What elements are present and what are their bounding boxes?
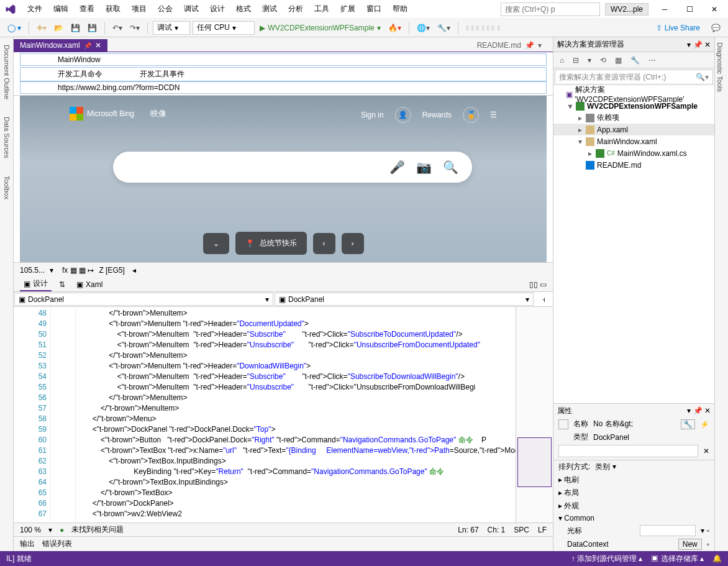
repo-button[interactable]: ▣ 选择存储库 ▴ (651, 554, 704, 564)
close-panel-icon[interactable]: ✕ (704, 406, 711, 415)
hot-reload-button[interactable]: 🔥▾ (386, 22, 404, 34)
zoom-level[interactable]: 100 % (20, 526, 41, 534)
notifications-icon[interactable]: 🔔 (712, 554, 722, 563)
menu-格式[interactable]: 格式 (231, 1, 256, 17)
minimap[interactable] (516, 307, 553, 523)
rewards-icon[interactable]: 🏅 (463, 107, 479, 123)
menu-扩展[interactable]: 扩展 (335, 1, 360, 17)
hamburger-icon[interactable]: ☰ (490, 111, 497, 119)
prop-cat-common[interactable]: ▾ Common (553, 513, 714, 524)
search-icon[interactable]: 🔍 (443, 160, 458, 175)
menu-公会[interactable]: 公会 (153, 1, 178, 17)
expand-chip[interactable]: ⌄ (203, 233, 229, 254)
close-button[interactable]: ✕ (706, 2, 723, 16)
close-panel-icon[interactable]: ✕ (704, 40, 711, 49)
tab-xaml[interactable]: ▣ Xaml (73, 279, 106, 290)
preview-url-bar[interactable]: https://www2.bing.com/?form=DCDN (20, 81, 547, 94)
menu-获取[interactable]: 获取 (101, 1, 125, 17)
pin-icon[interactable]: ▾ 📌 (687, 40, 702, 49)
next-chip[interactable]: › (342, 233, 364, 254)
tree-item[interactable]: ▾MainWindow.xaml (553, 135, 714, 147)
prop-cat-电刷[interactable]: ▸ 电刷 (553, 473, 714, 486)
open-button[interactable]: 📂 (52, 22, 66, 34)
config-dropdown[interactable]: 调试▾ (153, 21, 190, 35)
home-button[interactable]: ⌂ (557, 55, 566, 66)
show-all-button[interactable]: ▦ (612, 55, 624, 66)
maximize-button[interactable]: ☐ (681, 2, 698, 16)
tree-item[interactable]: ▾WV2CDPExtensionWPFSample (553, 100, 714, 112)
menu-文件[interactable]: 文件 (22, 1, 47, 17)
info-chip[interactable]: 📍 总统节快乐 (235, 232, 307, 255)
tool-tab-data-sources[interactable]: Data Sources (2, 114, 12, 161)
tree-item[interactable]: README.md (553, 159, 714, 171)
solution-search-input[interactable]: 搜索解决方案资源管理器 (Ctrl+;)🔍▾ (555, 70, 713, 84)
tab-mainwindow-xaml[interactable]: MainWindow.xaml📌✕ (14, 39, 107, 52)
menu-查看[interactable]: 查看 (75, 1, 99, 17)
wrench-button[interactable]: 🔧 (681, 419, 695, 429)
swap-panes-button[interactable]: ⇅ (59, 280, 65, 289)
redo-button[interactable]: ↷▾ (127, 22, 142, 34)
element-dropdown-left[interactable]: ▣ DockPanel▾ (14, 293, 273, 306)
menu-分析[interactable]: 分析 (283, 1, 308, 17)
live-share-button[interactable]: ⇪ Live Share (656, 24, 700, 32)
save-all-button[interactable]: 💾 (85, 22, 99, 34)
sync-button[interactable]: ⟲ (598, 55, 609, 66)
browser-button[interactable]: 🌐▾ (414, 22, 432, 34)
user-icon[interactable]: 👤 (395, 107, 411, 123)
tree-item[interactable]: ▸依赖项 (553, 112, 714, 124)
collapse-button[interactable]: ⊟ (570, 55, 581, 66)
new-item-button[interactable]: ✚▾ (34, 22, 49, 34)
menu-工具[interactable]: 工具 (309, 1, 334, 17)
platform-dropdown[interactable]: 任何 CPU▾ (193, 21, 255, 35)
tree-item[interactable]: ▸App.xaml (553, 124, 714, 135)
run-button[interactable]: ▶ WV2CDPExtensionWPFSample ▾ (257, 22, 383, 34)
bing-search-box[interactable]: 🎤 📷 🔍 (113, 152, 472, 183)
menu-设计[interactable]: 设计 (205, 1, 230, 17)
element-dropdown-right[interactable]: ▣ DockPanel▾ (275, 293, 534, 306)
minimize-button[interactable]: ─ (656, 2, 673, 16)
prop-cat-布局[interactable]: ▸ 布局 (553, 486, 714, 500)
menu-编辑[interactable]: 编辑 (48, 1, 73, 17)
split-layout-buttons[interactable]: ▯▯ ▭ (529, 280, 547, 289)
camera-icon[interactable]: 📷 (416, 160, 432, 175)
issues-label[interactable]: 未找到相关问题 (71, 524, 124, 535)
menu-帮助[interactable]: 帮助 (388, 1, 412, 17)
zoom-dropdown[interactable]: 105.5... (20, 266, 45, 275)
sort-dropdown[interactable]: 类别 ▾ (595, 462, 616, 472)
tab-error-list[interactable]: 错误列表 (42, 539, 72, 549)
tab-readme[interactable]: README.md📌▾ (471, 39, 548, 52)
menu-窗口[interactable]: 窗口 (362, 1, 386, 17)
property-search-input[interactable] (558, 445, 698, 457)
pin-icon[interactable]: 📌 (84, 42, 91, 49)
split-toggle[interactable]: ⫞ (534, 292, 553, 306)
save-button[interactable]: 💾 (68, 22, 83, 34)
tool-tab-document-outline[interactable]: Document Outline (2, 42, 12, 102)
solution-name[interactable]: WV2...ple (605, 3, 648, 16)
align-group[interactable]: ⫴ ⫴ ⫴ ⫴ ⫴ ⫴ ⫴ (463, 22, 503, 34)
sign-in-link[interactable]: Sign in (361, 111, 384, 119)
tool-tab-toolbox[interactable]: Toolbox (2, 173, 12, 202)
mic-icon[interactable]: 🎤 (389, 160, 405, 175)
feedback-button[interactable]: 💬 (709, 22, 723, 34)
tab-design[interactable]: ▣ 设计 (20, 277, 52, 291)
code-editor[interactable]: 4849505152535455565758596061626364656667… (14, 307, 553, 523)
tree-solution-root[interactable]: ▣ 解决方案 'WV2CDPExtensionWPFSample' (553, 88, 714, 100)
source-control-button[interactable]: ↑ 添加到源代码管理 ▴ (571, 554, 643, 564)
nav-back-button[interactable]: ◯ ▾ (5, 22, 24, 34)
prev-chip[interactable]: ‹ (313, 233, 335, 254)
global-search-input[interactable] (501, 2, 600, 16)
clear-icon[interactable]: ✕ (703, 447, 709, 455)
menu-项目[interactable]: 项目 (127, 1, 152, 17)
tool-tab-diagnostic-tools[interactable]: Diagnostic Tools (715, 37, 725, 97)
pin-icon[interactable]: ▾ 📌 (687, 406, 702, 415)
events-button[interactable]: ⚡ (700, 420, 709, 429)
menu-调试[interactable]: 调试 (179, 1, 204, 17)
prop-cat-外观[interactable]: ▸ 外观 (553, 500, 714, 513)
close-tab-icon[interactable]: ✕ (95, 41, 101, 50)
undo-button[interactable]: ↶▾ (110, 22, 125, 34)
tree-item[interactable]: ▸C#MainWindow.xaml.cs (553, 147, 714, 159)
rewards-link[interactable]: Rewards (422, 111, 452, 119)
tools-button[interactable]: 🔧▾ (435, 22, 453, 34)
properties-button[interactable]: 🔧 (628, 55, 642, 66)
tab-output[interactable]: 输出 (20, 539, 35, 549)
